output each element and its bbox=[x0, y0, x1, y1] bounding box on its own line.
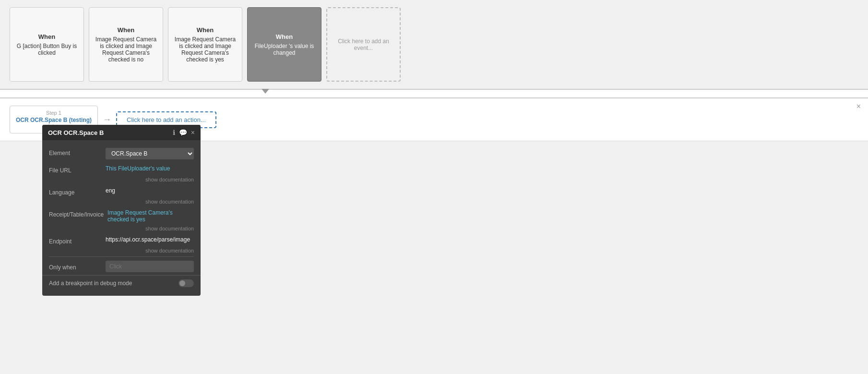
popup-title: OCR OCR.Space B bbox=[48, 129, 104, 136]
popup-header: OCR OCR.Space B ℹ 💬 × bbox=[42, 125, 201, 140]
step-name: OCR OCR.Space B (testing) bbox=[16, 117, 92, 123]
add-action-label: Click here to add an action... bbox=[127, 116, 206, 123]
popup-close-icon[interactable]: × bbox=[191, 129, 195, 136]
event-card-add[interactable]: Click here to add an event... bbox=[326, 7, 401, 82]
add-event-label: Click here to add an event... bbox=[333, 38, 394, 51]
event-card-4[interactable]: When FileUploader 's value is changed bbox=[247, 7, 321, 82]
arrow-icon: → bbox=[103, 115, 111, 125]
event-description-1: G [action] Button Buy is clicked bbox=[16, 43, 78, 56]
popup-header-icons: ℹ 💬 × bbox=[173, 129, 195, 136]
step-label: Step 1 bbox=[16, 110, 92, 116]
divider-arrow-icon bbox=[262, 89, 269, 94]
event-when-label-3: When bbox=[197, 26, 214, 34]
event-description-3: Image Request Camera is clicked and Imag… bbox=[174, 36, 236, 63]
event-when-label-4: When bbox=[276, 33, 293, 40]
event-card-3[interactable]: When Image Request Camera is clicked and… bbox=[168, 7, 242, 82]
event-card-2[interactable]: When Image Request Camera is clicked and… bbox=[89, 7, 163, 82]
event-description-2: Image Request Camera is clicked and Imag… bbox=[95, 36, 157, 63]
event-when-label-2: When bbox=[118, 26, 134, 34]
close-button[interactable]: × bbox=[856, 102, 861, 111]
event-description-4: FileUploader 's value is changed bbox=[253, 43, 315, 56]
info-icon[interactable]: ℹ bbox=[173, 129, 175, 136]
event-card-1[interactable]: When G [action] Button Buy is clicked bbox=[10, 7, 84, 82]
popup-body: Element OCR.Space B File URL This FileUp… bbox=[42, 140, 201, 141]
comment-icon[interactable]: 💬 bbox=[179, 129, 187, 136]
popup-panel: OCR OCR.Space B ℹ 💬 × Element OCR.Space … bbox=[42, 125, 201, 141]
event-when-label-1: When bbox=[38, 33, 55, 40]
events-area: When G [action] Button Buy is clicked Wh… bbox=[0, 0, 868, 89]
divider-area bbox=[0, 89, 868, 98]
